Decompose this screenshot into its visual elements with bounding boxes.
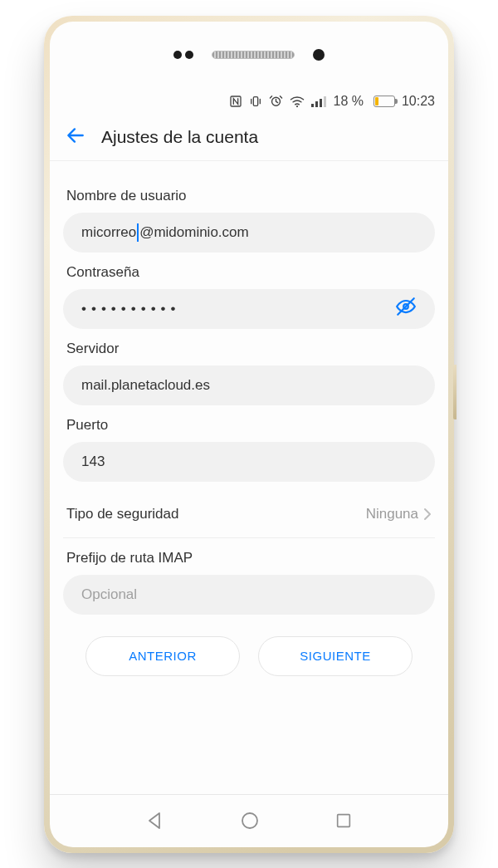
- svg-rect-1: [254, 96, 258, 105]
- wifi-icon: [290, 95, 305, 108]
- imap-prefix-field[interactable]: [81, 575, 417, 615]
- port-value: 143: [81, 454, 105, 470]
- app-bar: Ajustes de la cuenta: [50, 115, 448, 161]
- vibrate-icon: [249, 95, 262, 108]
- nfc-icon: [229, 95, 242, 108]
- password-masked-value: ••••••••••: [81, 301, 181, 317]
- clock-text: 10:23: [402, 94, 435, 109]
- android-nav-bar: [50, 794, 448, 847]
- username-value-a: micorreo: [81, 224, 136, 241]
- front-camera: [313, 49, 325, 61]
- battery-percent-text: 18 %: [333, 94, 363, 109]
- settings-form: Nombre de usuario micorreo @midominio.co…: [50, 161, 448, 794]
- action-row: ANTERIOR SIGUIENTE: [63, 636, 435, 676]
- alarm-icon: [269, 94, 283, 108]
- hw-power-button: [453, 365, 456, 419]
- svg-point-6: [242, 813, 257, 828]
- imap-prefix-input[interactable]: [63, 575, 435, 615]
- imap-prefix-label: Prefijo de ruta IMAP: [66, 550, 432, 566]
- phone-top-bezel: [50, 22, 448, 88]
- phone-mockup: 18 % 10:23 Ajustes de la cuenta Nombre d…: [44, 16, 454, 853]
- back-icon[interactable]: [65, 125, 86, 150]
- prev-button[interactable]: ANTERIOR: [85, 636, 240, 676]
- page-title: Ajustes de la cuenta: [101, 127, 258, 147]
- port-input[interactable]: 143: [63, 442, 435, 482]
- speaker-grille: [212, 51, 295, 59]
- security-value: Ninguna: [366, 506, 418, 522]
- chevron-right-icon: [423, 508, 432, 521]
- sensor-dot: [173, 51, 182, 59]
- sensor-dot: [185, 51, 193, 59]
- password-input[interactable]: ••••••••••: [63, 289, 435, 329]
- server-value: mail.planetacloud.es: [81, 377, 210, 394]
- battery-icon: [370, 96, 395, 107]
- nav-back-icon[interactable]: [145, 811, 165, 831]
- security-label: Tipo de seguridad: [66, 506, 178, 522]
- nav-recent-icon[interactable]: [334, 812, 353, 830]
- status-bar: 18 % 10:23: [50, 88, 448, 115]
- svg-point-3: [296, 105, 298, 106]
- svg-rect-7: [338, 815, 350, 827]
- server-label: Servidor: [66, 341, 432, 357]
- username-value-b: @midominio.com: [139, 224, 249, 241]
- port-label: Puerto: [66, 417, 432, 434]
- text-caret: [137, 223, 139, 242]
- next-button[interactable]: SIGUIENTE: [258, 636, 413, 676]
- cellular-signal-icon: [311, 96, 326, 107]
- password-label: Contraseña: [66, 264, 432, 281]
- username-input[interactable]: micorreo @midominio.com: [63, 213, 435, 253]
- nav-home-icon[interactable]: [240, 811, 260, 831]
- eye-off-icon[interactable]: [395, 296, 417, 321]
- username-label: Nombre de usuario: [66, 188, 432, 204]
- server-input[interactable]: mail.planetacloud.es: [63, 365, 435, 405]
- security-type-selector[interactable]: Tipo de seguridad Ninguna: [63, 492, 435, 538]
